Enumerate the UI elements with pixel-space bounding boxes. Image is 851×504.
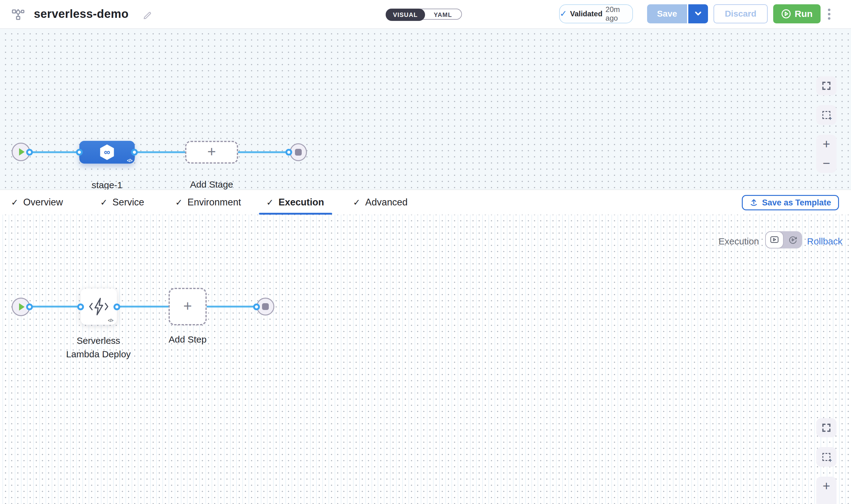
code-icon: </> — [108, 318, 113, 323]
connector-port[interactable] — [253, 304, 260, 310]
pipeline-title: serverless-demo — [34, 7, 129, 21]
connector-line — [237, 151, 287, 153]
fullscreen-button[interactable] — [816, 418, 836, 437]
execution-view-icon — [770, 236, 779, 244]
plus-icon: + — [183, 299, 192, 313]
visual-yaml-toggle: VISUAL YAML — [386, 8, 462, 20]
connector-port[interactable] — [26, 149, 33, 156]
tab-label: Execution — [278, 197, 324, 208]
connector-port[interactable] — [113, 304, 120, 310]
tab-label: Environment — [187, 197, 241, 208]
rollback-view-button[interactable] — [784, 231, 802, 249]
connector-line — [116, 306, 170, 307]
start-play-icon — [19, 148, 24, 156]
run-button[interactable]: Run — [773, 4, 820, 23]
connector-port[interactable] — [285, 149, 292, 156]
stop-square-icon — [262, 303, 269, 310]
add-step-button[interactable]: + — [168, 288, 207, 325]
run-label: Run — [795, 8, 813, 19]
select-area-button[interactable] — [816, 447, 836, 467]
connector-line — [132, 151, 189, 153]
tab-service[interactable]: ✓ Service — [100, 190, 144, 215]
check-icon: ✓ — [175, 197, 182, 208]
save-as-template-button[interactable]: Save as Template — [742, 195, 839, 210]
toggle-yaml[interactable]: YAML — [424, 8, 462, 21]
marquee-select-icon — [822, 453, 830, 461]
add-step-label: Add Step — [168, 333, 206, 346]
tab-advanced[interactable]: ✓ Advanced — [353, 190, 408, 215]
stage-tabbar: ✓ Overview ✓ Service ✓ Environment ✓ Exe… — [0, 190, 851, 215]
stage-canvas[interactable]: ∞ </> + stage-1 Add Stage + − — [0, 28, 851, 190]
template-upload-icon — [750, 199, 758, 206]
check-icon: ✓ — [353, 197, 360, 208]
more-options-menu[interactable] — [825, 6, 833, 22]
stage-node-stage-1[interactable]: ∞ </> — [79, 141, 135, 164]
connector-port[interactable] — [26, 304, 33, 310]
pipeline-studio: serverless-demo VISUAL YAML ✓ Validated … — [0, 0, 851, 504]
add-stage-label: Add Stage — [190, 178, 233, 190]
fullscreen-icon — [822, 423, 831, 432]
zoom-controls: + − — [816, 476, 836, 504]
plus-icon: + — [207, 144, 216, 159]
check-icon: ✓ — [266, 197, 273, 208]
check-icon: ✓ — [11, 197, 18, 208]
tab-label: Advanced — [365, 197, 408, 208]
zoom-out-button[interactable]: − — [816, 496, 836, 504]
active-tab-underline — [259, 213, 332, 215]
step-label-line2: Lambda Deploy — [66, 347, 131, 361]
execution-rollback-toggle — [765, 231, 802, 249]
end-node — [290, 143, 307, 161]
tab-overview[interactable]: ✓ Overview — [11, 190, 63, 215]
execution-mode-label: Execution — [713, 236, 759, 247]
connector-port[interactable] — [131, 149, 138, 156]
stage-label: stage-1 — [92, 178, 122, 190]
step-node-serverless-lambda-deploy[interactable]: </> — [80, 288, 117, 325]
connector-line — [207, 306, 256, 307]
header-bar: serverless-demo VISUAL YAML ✓ Validated … — [0, 0, 851, 29]
step-label: Serverless Lambda Deploy — [66, 334, 131, 361]
validated-badge[interactable]: ✓ Validated 20m ago — [559, 4, 633, 23]
tab-label: Overview — [23, 197, 63, 208]
validated-check-icon: ✓ — [560, 10, 567, 18]
tab-label: Service — [112, 197, 144, 208]
save-as-template-label: Save as Template — [762, 198, 831, 208]
connector-port[interactable] — [76, 149, 83, 156]
rollback-view-icon — [789, 236, 797, 244]
rollback-link[interactable]: Rollback — [807, 236, 843, 247]
step-label-line1: Serverless — [66, 334, 131, 347]
pipeline-icon — [12, 8, 24, 23]
stage-serverless-icon: ∞ — [99, 144, 115, 161]
zoom-out-button[interactable]: − — [816, 154, 836, 173]
edit-title-icon[interactable] — [143, 10, 152, 21]
code-icon: </> — [127, 158, 132, 163]
add-stage-button[interactable]: + — [185, 141, 238, 164]
fullscreen-icon — [822, 81, 831, 90]
execution-view-button[interactable] — [765, 231, 784, 249]
save-button[interactable]: Save — [647, 4, 687, 23]
start-play-icon — [19, 303, 24, 310]
select-area-button[interactable] — [816, 105, 836, 125]
check-icon: ✓ — [100, 197, 107, 208]
connector-port[interactable] — [77, 304, 84, 310]
stop-square-icon — [295, 149, 302, 156]
circle-play-icon — [781, 9, 791, 19]
toggle-visual[interactable]: VISUAL — [386, 8, 425, 21]
connector-line — [28, 306, 82, 307]
discard-button[interactable]: Discard — [713, 4, 768, 23]
validated-label: Validated — [570, 10, 602, 18]
validated-time: 20m ago — [605, 5, 632, 22]
serverless-lambda-icon — [88, 297, 109, 316]
save-options-button[interactable] — [687, 4, 708, 23]
fullscreen-button[interactable] — [816, 76, 836, 95]
chevron-down-icon — [695, 12, 702, 16]
tab-execution[interactable]: ✓ Execution — [266, 190, 324, 215]
zoom-in-button[interactable]: + — [816, 476, 836, 496]
svg-text:∞: ∞ — [104, 147, 110, 157]
tab-environment[interactable]: ✓ Environment — [175, 190, 241, 215]
zoom-controls: + − — [816, 135, 836, 173]
marquee-select-icon — [822, 111, 830, 119]
connector-line — [28, 151, 83, 153]
zoom-in-button[interactable]: + — [816, 135, 836, 154]
